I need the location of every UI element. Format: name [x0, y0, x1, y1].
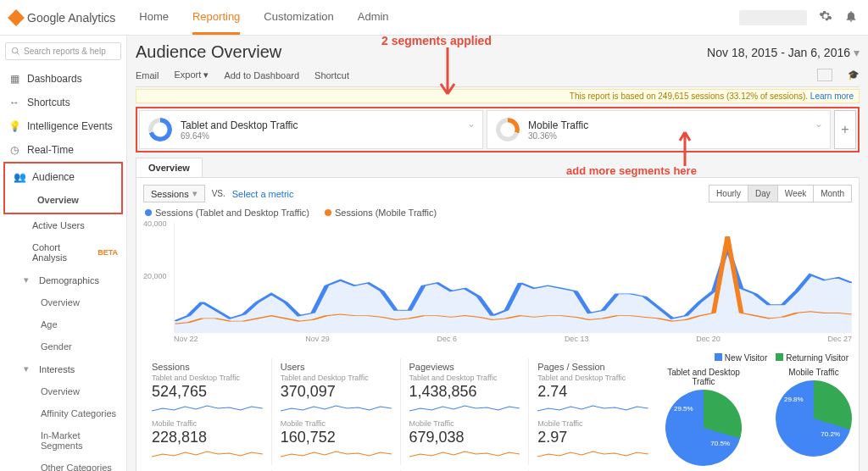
report-toolbar: Email Export ▾ Add to Dashboard Shortcut…: [136, 64, 860, 87]
pie-charts: Tablet and Desktop Traffic 29.5% 70.5% M…: [657, 368, 852, 466]
legend-dot-orange: [325, 209, 331, 216]
vs-label: VS.: [212, 189, 225, 198]
sidebar-audience-overview[interactable]: Overview: [5, 189, 121, 211]
chevron-down-icon: ⌄: [467, 118, 476, 130]
main-content: 2 segments applied add more segments her…: [127, 36, 868, 471]
sidebar-audience-highlight: 👥Audience Overview: [3, 162, 123, 214]
toolbar-export[interactable]: Export ▾: [175, 69, 209, 80]
sessions-chart[interactable]: [174, 223, 852, 333]
metric-pages-session[interactable]: Pages / Session Tablet and Desktop Traff…: [529, 358, 657, 465]
metric-pageviews[interactable]: Pageviews Tablet and Desktop Traffic1,43…: [401, 358, 530, 465]
toggle-day[interactable]: Day: [748, 186, 777, 202]
notifications-icon[interactable]: [844, 9, 858, 25]
shortcuts-icon: ↔: [8, 97, 20, 108]
settings-icon[interactable]: [819, 9, 832, 25]
donut-icon: [148, 118, 172, 141]
time-granularity: Hourly Day Week Month: [709, 185, 852, 202]
sidebar-affinity[interactable]: Affinity Categories: [0, 402, 126, 424]
search-input[interactable]: Search reports & help: [5, 42, 121, 60]
nav-reporting[interactable]: Reporting: [192, 1, 240, 35]
sidebar-int-overview[interactable]: Overview: [0, 380, 126, 402]
brand-text: Google Analytics: [27, 11, 115, 25]
nav-admin[interactable]: Admin: [358, 1, 389, 35]
ytick-0: 40,000: [143, 219, 167, 228]
toggle-month[interactable]: Month: [813, 186, 851, 202]
sidebar-dashboards[interactable]: ▦Dashboards: [0, 67, 126, 91]
overview-panel: Sessions ▾ VS. Select a metric Hourly Da…: [136, 177, 860, 471]
segment-2-pct: 30.36%: [528, 131, 588, 141]
segment-card-1[interactable]: Tablet and Desktop Traffic 69.64% ⌄: [139, 110, 483, 149]
toggle-week[interactable]: Week: [777, 186, 813, 202]
sidebar-realtime[interactable]: ◷Real-Time: [0, 138, 126, 162]
logo[interactable]: Google Analytics: [10, 11, 115, 25]
toolbar-icon-1[interactable]: [817, 69, 832, 81]
toggle-hourly[interactable]: Hourly: [709, 186, 748, 202]
sq-ret-icon: [776, 353, 783, 361]
metric-users[interactable]: Users Tablet and Desktop Traffic370,097 …: [272, 358, 401, 465]
sidebar-shortcuts[interactable]: ↔Shortcuts: [0, 91, 126, 114]
top-nav: Home Reporting Customization Admin: [139, 1, 388, 35]
sidebar-othercats[interactable]: Other Categories: [0, 457, 126, 471]
bulb-icon: 💡: [8, 120, 20, 132]
nav-home[interactable]: Home: [139, 1, 169, 35]
segment-row: Tablet and Desktop Traffic 69.64% ⌄ Mobi…: [136, 107, 860, 152]
dashboards-icon: ▦: [8, 73, 20, 85]
metrics-row-1: Sessions Tablet and Desktop Traffic524,7…: [143, 358, 657, 465]
sidebar-audience[interactable]: 👥Audience: [5, 165, 121, 189]
sidebar-age[interactable]: Age: [0, 313, 126, 335]
sidebar-cohort[interactable]: Cohort AnalysisBETA: [0, 236, 126, 269]
search-icon: [11, 47, 20, 56]
account-selector[interactable]: [739, 10, 807, 25]
sidebar-active-users[interactable]: Active Users: [0, 214, 126, 236]
pie-mobile-traffic: Mobile Traffic 29.8% 70.2%: [776, 368, 852, 466]
pie-tablet-and-desktop-traffic: Tablet and Desktop Traffic 29.5% 70.5%: [657, 368, 750, 466]
arrow-icon: [431, 47, 465, 107]
beta-badge: BETA: [97, 248, 118, 257]
arrow-up-icon: [676, 127, 693, 166]
sidebar-demographics[interactable]: ▾Demographics: [0, 269, 126, 291]
sidebar-inmarket[interactable]: In-Market Segments: [0, 424, 126, 457]
clock-icon: ◷: [8, 144, 20, 156]
learn-more-link[interactable]: Learn more: [810, 91, 854, 101]
toolbar-add-dashboard[interactable]: Add to Dashboard: [224, 70, 299, 80]
segment-1-pct: 69.64%: [181, 131, 298, 141]
sidebar-interests[interactable]: ▾Interests: [0, 357, 126, 380]
date-range-picker[interactable]: Nov 18, 2015 - Jan 6, 2016 ▾: [707, 46, 860, 59]
chevron-down-icon: ⌄: [815, 118, 823, 130]
toolbar-email[interactable]: Email: [136, 70, 159, 80]
segment-1-name: Tablet and Desktop Traffic: [181, 119, 298, 131]
top-bar: Google Analytics Home Reporting Customiz…: [0, 0, 868, 36]
audience-icon: 👥: [14, 171, 25, 183]
search-placeholder: Search reports & help: [24, 47, 106, 56]
chart-xaxis: Nov 22Nov 29Dec 6Dec 13Dec 20Dec 27: [174, 333, 852, 343]
chevron-down-icon: ▾: [854, 46, 860, 59]
sidebar-intelligence[interactable]: 💡Intelligence Events: [0, 114, 126, 138]
nav-customization[interactable]: Customization: [264, 1, 333, 35]
graduation-icon[interactable]: 🎓: [848, 69, 860, 80]
add-segment-button[interactable]: +: [834, 110, 856, 149]
sampling-notice: This report is based on 249,615 sessions…: [136, 89, 860, 103]
logo-icon: [8, 9, 25, 26]
metric-sessions[interactable]: Sessions Tablet and Desktop Traffic524,7…: [143, 358, 272, 465]
select-metric-link[interactable]: Select a metric: [232, 189, 294, 199]
sidebar: Search reports & help ▦Dashboards ↔Short…: [0, 36, 127, 471]
toolbar-shortcut[interactable]: Shortcut: [314, 70, 349, 80]
tab-overview[interactable]: Overview: [136, 158, 203, 177]
ytick-1: 20,000: [143, 272, 167, 280]
visitor-legend: New Visitor Returning Visitor: [657, 352, 852, 364]
page-title: Audience Overview: [136, 42, 281, 62]
sq-new-icon: [715, 353, 722, 361]
segment-2-name: Mobile Traffic: [528, 119, 588, 131]
metric-selector[interactable]: Sessions ▾: [143, 185, 205, 202]
sidebar-gender[interactable]: Gender: [0, 335, 126, 357]
svg-point-0: [12, 47, 17, 53]
sidebar-demo-overview[interactable]: Overview: [0, 291, 126, 313]
donut-icon: [496, 118, 520, 141]
chart-legend: Sessions (Tablet and Desktop Traffic) Se…: [143, 202, 852, 223]
segment-card-2[interactable]: Mobile Traffic 30.36% ⌄: [487, 110, 831, 149]
legend-dot-blue: [145, 209, 152, 216]
